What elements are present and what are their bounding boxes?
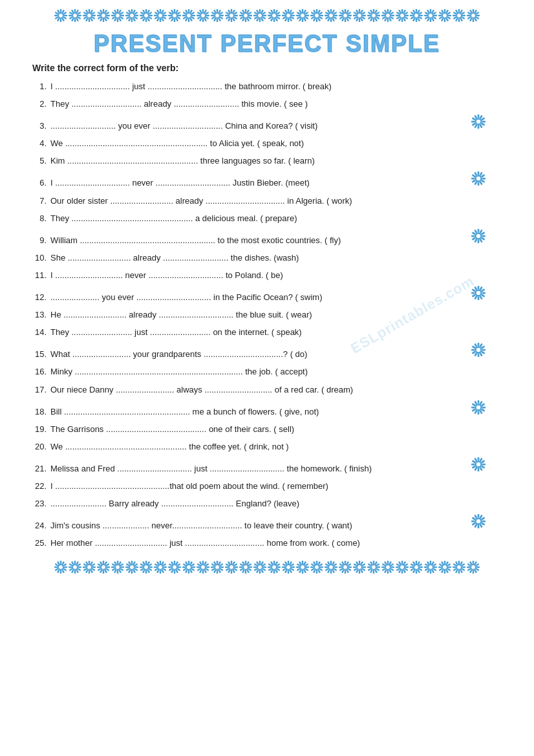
border-gear-icon (438, 561, 451, 576)
svg-line-905 (371, 571, 372, 573)
svg-line-267 (306, 13, 308, 14)
svg-line-758 (226, 565, 228, 566)
svg-line-152 (206, 17, 208, 19)
svg-line-39 (87, 10, 88, 12)
svg-line-114 (158, 10, 159, 12)
svg-line-755 (229, 571, 230, 573)
question-row: 7.Our older sister .....................… (32, 194, 486, 208)
svg-line-515 (475, 354, 476, 356)
svg-line-806 (276, 563, 277, 565)
svg-line-327 (363, 13, 365, 14)
question-number: 11. (32, 268, 50, 283)
svg-line-354 (385, 10, 387, 12)
svg-line-926 (390, 563, 391, 565)
border-gear-icon (453, 9, 465, 24)
question-row: 15.What ......................... your g… (32, 343, 486, 362)
border-gear-icon (239, 9, 252, 24)
question-row: 24.Jim's cousins .................... ne… (32, 514, 486, 533)
question-number: 22. (32, 479, 50, 493)
svg-line-908 (368, 565, 370, 566)
svg-line-276 (312, 17, 314, 19)
svg-line-605 (87, 571, 88, 573)
svg-line-489 (475, 230, 476, 232)
svg-line-656 (134, 563, 135, 565)
svg-line-528 (480, 411, 482, 413)
svg-line-767 (249, 569, 251, 570)
svg-line-918 (390, 571, 391, 573)
svg-line-968 (425, 565, 427, 566)
svg-line-192 (235, 13, 237, 14)
svg-line-686 (162, 563, 164, 565)
question-number: 10. (32, 251, 50, 265)
svg-line-912 (377, 565, 379, 566)
svg-line-822 (292, 565, 294, 566)
question-text: He ........................... already .… (50, 308, 486, 322)
svg-line-138 (191, 19, 192, 21)
question-number: 3. (32, 119, 50, 133)
svg-line-879 (343, 563, 344, 565)
svg-line-834 (300, 563, 301, 565)
svg-line-807 (277, 565, 279, 566)
border-gear-icon (69, 9, 81, 24)
svg-line-542 (482, 466, 484, 468)
svg-line-543 (480, 468, 482, 470)
svg-line-518 (473, 347, 475, 348)
svg-line-482 (482, 238, 484, 239)
svg-line-467 (482, 181, 484, 182)
svg-line-761 (233, 563, 235, 565)
svg-line-177 (220, 13, 222, 14)
svg-line-227 (277, 17, 279, 19)
svg-line-1013 (468, 565, 470, 566)
svg-line-818 (283, 565, 285, 566)
svg-line-687 (164, 565, 166, 566)
svg-line-2 (64, 17, 66, 19)
svg-line-845 (314, 571, 315, 573)
svg-line-116 (162, 10, 164, 12)
svg-line-1017 (476, 565, 478, 566)
question-number: 9. (32, 233, 50, 248)
svg-line-117 (164, 13, 166, 14)
svg-line-17 (78, 17, 80, 19)
svg-line-50 (101, 19, 102, 21)
svg-line-617 (107, 569, 109, 570)
svg-line-473 (473, 176, 475, 177)
svg-line-461 (480, 116, 482, 118)
svg-line-84 (129, 10, 131, 12)
question-number: 24. (32, 519, 50, 533)
svg-line-336 (368, 17, 370, 19)
svg-line-737 (220, 569, 222, 570)
svg-line-935 (400, 571, 401, 573)
svg-line-9 (58, 10, 59, 12)
svg-line-281 (319, 10, 320, 12)
svg-line-582 (64, 565, 66, 566)
svg-line-732 (206, 565, 208, 566)
question-number: 17. (32, 383, 50, 397)
svg-line-47 (107, 17, 109, 19)
svg-line-978 (447, 571, 448, 573)
svg-line-212 (263, 17, 265, 19)
border-gear-icon (125, 9, 138, 24)
svg-line-258 (304, 19, 306, 21)
svg-line-963 (433, 571, 434, 573)
svg-line-357 (391, 13, 393, 14)
svg-line-672 (149, 565, 151, 566)
svg-line-633 (120, 571, 121, 573)
svg-line-938 (397, 565, 399, 566)
svg-line-801 (269, 569, 271, 570)
svg-line-860 (328, 571, 330, 573)
svg-line-432 (462, 13, 464, 14)
svg-line-558 (480, 525, 482, 527)
svg-line-306 (340, 17, 342, 19)
svg-line-407 (448, 17, 450, 19)
question-row: 6.I ................................ nev… (32, 171, 486, 190)
svg-line-288 (333, 19, 334, 21)
question-number: 12. (32, 290, 50, 305)
svg-line-416 (447, 10, 448, 12)
svg-line-53 (98, 13, 100, 14)
svg-line-125 (172, 19, 173, 21)
question-text: They .............................. alre… (50, 97, 486, 111)
border-gear-icon (282, 9, 295, 24)
svg-line-783 (262, 571, 263, 573)
question-text: Our niece Danny ........................… (50, 383, 486, 397)
svg-line-503 (473, 290, 475, 291)
